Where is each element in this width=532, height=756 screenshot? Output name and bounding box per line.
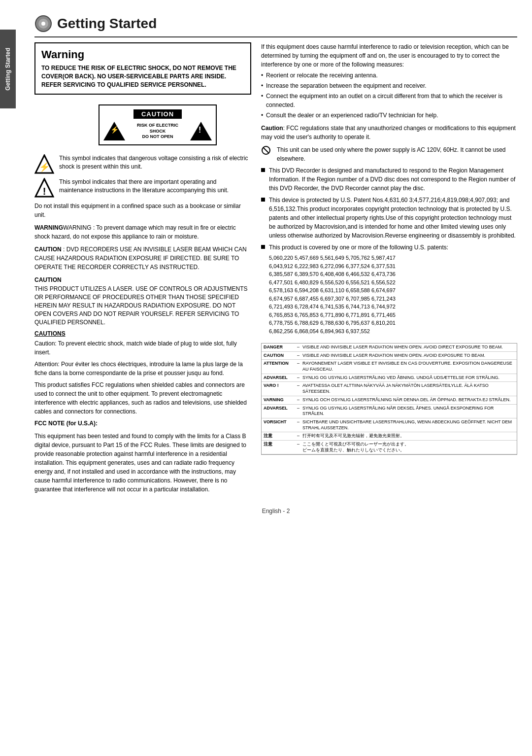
fcc-body: This equipment has been tested and found… [34,432,251,494]
fcc-caution: Caution: FCC regulations state that any … [261,124,517,141]
laser-dash: – [296,441,300,454]
interference-para: If this equipment does cause harmful int… [261,42,517,120]
bullet-text-4: This product is covered by one or more o… [269,243,448,335]
laser-text: ここを開くと可視及び不可視のレーザー光が出ます。 ビームを直接見たり、触れたりし… [300,441,517,454]
laser-label: VORSICHT [262,418,296,432]
bullet-item-3: This device is protected by U.S. Patent … [261,196,517,240]
bullet-text-3: This device is protected by U.S. Patent … [269,196,517,240]
caution-image-box: CAUTION RISK OF ELECTRIC SHOCK DO NOT OP… [99,104,217,145]
main-content: Getting Started Warning TO REDUCE THE RI… [20,0,532,529]
laser-text: RAYONNEMENT LASER VISIBLE ET INVISIBLE E… [300,360,517,374]
laser-table-row: CAUTION – VISIBLE AND INVISIBLE LASER RA… [262,352,517,360]
caution-section-heading: CAUTION [34,276,251,283]
measure-2: Increase the separation between the equi… [261,81,517,90]
measure-4: Consult the dealer or an experienced rad… [261,111,517,120]
laser-dash: – [296,360,300,374]
svg-line-8 [263,147,269,153]
bullet-item-1: This unit can be used only where the pow… [261,145,517,163]
laser-text: SYNLIG OCH OSYNLIG LASERSTRÅLNING NÄR DE… [300,396,517,405]
laser-text: VISIBLE AND INVISIBLE LASER RADIATION WH… [300,344,517,352]
patent-numbers: 5,060,220 5,457,669 5,561,649 5,705,762 … [269,254,448,335]
cautions-body1: Caution: To prevent electric shock, matc… [34,339,251,357]
laser-dash: – [296,418,300,432]
warning-box: Warning TO REDUCE THE RISK OF ELECTRIC S… [34,42,251,95]
laser-table-row: DANGER – VISIBLE AND INVISIBLE LASER RAD… [262,344,517,352]
symbol-text-1: This symbol indicates that dangerous vol… [59,154,251,171]
laser-label: ATTENTION [262,360,296,374]
bullet-text-1: This unit can be used only where the pow… [277,145,517,163]
sidebar-tab: Getting Started [0,30,16,108]
fcc-caution-text: FCC regulations state that any unauthori… [261,125,516,140]
laser-label: 注意 [262,441,296,454]
square-bullet-icon-2 [261,198,265,202]
caution-laser-text: CAUTION : DVD RECORDERS USE AN INVISIBLE… [34,245,251,272]
right-column: If this equipment does cause harmful int… [261,42,517,498]
warning-fire-text: WARNINGWARNING : To prevent damage which… [34,223,251,241]
exclaim-triangle-icon [190,122,212,140]
page-footer: English - 2 [34,508,517,515]
exclaim-symbol-icon: ! [34,178,54,198]
square-bullet-icon-3 [261,245,265,249]
laser-table-row: ADVARSEL – SYNLIG OG USYNLIG LASERSTRÅLI… [262,405,517,418]
symbol-row-1: ⚡ This symbol indicates that dangerous v… [34,154,251,174]
laser-label: VARNING [262,396,296,405]
fcc-note-label: FCC NOTE (for U.S.A): [34,419,251,428]
page-title: Getting Started [57,16,157,32]
laser-dash: – [296,374,300,382]
laser-text: 打开时有可见及不可见激光辐射，避免激光束照射。 [300,432,517,441]
caution-inner: RISK OF ELECTRIC SHOCK DO NOT OPEN [103,122,212,140]
cautions-body3: This product satisfies FCC regulations w… [34,380,251,416]
measures-list: Reorient or relocate the receiving anten… [261,71,517,120]
bullet-text-2: This DVD Recorder is designed and manufa… [269,166,517,193]
laser-table-row: 注意 – 打开时有可见及不可见激光辐射，避免激光束照射。 [262,432,517,441]
laser-table-row: VORSICHT – SICHTBARE UND UNSICHTBARE LAS… [262,418,517,432]
laser-table-row: VARNING – SYNLIG OCH OSYNLIG LASERSTRÅLN… [262,396,517,405]
caution-section-body: THIS PRODUCT UTILIZES A LASER. USE OF CO… [34,285,251,326]
page-header: Getting Started [34,15,517,37]
bullet-item-2: This DVD Recorder is designed and manufa… [261,166,517,193]
laser-text: AVATTAESSA OLET ALTTIINA NÄKYVÄÄ JA NÄKY… [300,382,517,396]
laser-text: SICHTBARE UND UNSICHTBARE LASERSTRAHLUNG… [300,418,517,432]
svg-text:⚡: ⚡ [39,162,50,172]
laser-dash: – [296,352,300,360]
disc-icon [34,15,52,33]
laser-dash: – [296,405,300,418]
laser-dash: – [296,396,300,405]
square-bullet-icon [261,168,265,172]
laser-table-row: VARO ! – AVATTAESSA OLET ALTTIINA NÄKYVÄ… [262,382,517,396]
lightning-triangle-icon [103,122,125,140]
symbol-row-2: ! This symbol indicates that there are i… [34,178,251,198]
caution-middle-text: RISK OF ELECTRIC SHOCK DO NOT OPEN [129,123,186,140]
no-service-icon [261,145,271,155]
cautions-body2: Attention: Pour éviter les chocs électri… [34,360,251,378]
square-list: This unit can be used only where the pow… [261,145,517,335]
laser-table-row: ADVARSEL – SYNLIG OG USYNLIG LASERSTRÅLI… [262,374,517,382]
laser-text: SYNLIG OG USYNLIG LASERSTRÅLING VED ÅBNI… [300,374,517,382]
measure-3: Connect the equipment into an outlet on … [261,92,517,109]
laser-label: VARO ! [262,382,296,396]
confined-space-text: Do not install this equipment in a confi… [34,202,251,219]
laser-table-row: 注意 – ここを開くと可視及び不可視のレーザー光が出ます。 ビームを直接見たり、… [262,441,517,454]
laser-label: ADVARSEL [262,405,296,418]
laser-table: DANGER – VISIBLE AND INVISIBLE LASER RAD… [261,343,517,455]
laser-text: VISIBLE AND INVISIBLE LASER RADIATION WH… [300,352,517,360]
laser-label: ADVARSEL [262,374,296,382]
cautions-heading: CAUTIONS [34,330,251,337]
measure-1: Reorient or relocate the receiving anten… [261,71,517,80]
svg-text:!: ! [43,186,46,197]
svg-point-2 [41,22,45,26]
symbol-text-2: This symbol indicates that there are imp… [59,178,251,195]
laser-text: SYNLIG OG USYNLIG LASERSTRÅLING NÅR DEKS… [300,405,517,418]
warning-text: TO REDUCE THE RISK OF ELECTRIC SHOCK, DO… [41,64,244,89]
laser-label: DANGER [262,344,296,352]
caution-label: CAUTION [133,109,182,119]
warning-title: Warning [41,48,244,61]
laser-dash: – [296,344,300,352]
two-column-layout: Warning TO REDUCE THE RISK OF ELECTRIC S… [34,42,517,498]
left-column: Warning TO REDUCE THE RISK OF ELECTRIC S… [34,42,251,498]
laser-label: 注意 [262,432,296,441]
laser-dash: – [296,432,300,441]
lightning-symbol-icon: ⚡ [34,154,54,174]
laser-table-row: ATTENTION – RAYONNEMENT LASER VISIBLE ET… [262,360,517,374]
sidebar-tab-label: Getting Started [4,48,11,91]
